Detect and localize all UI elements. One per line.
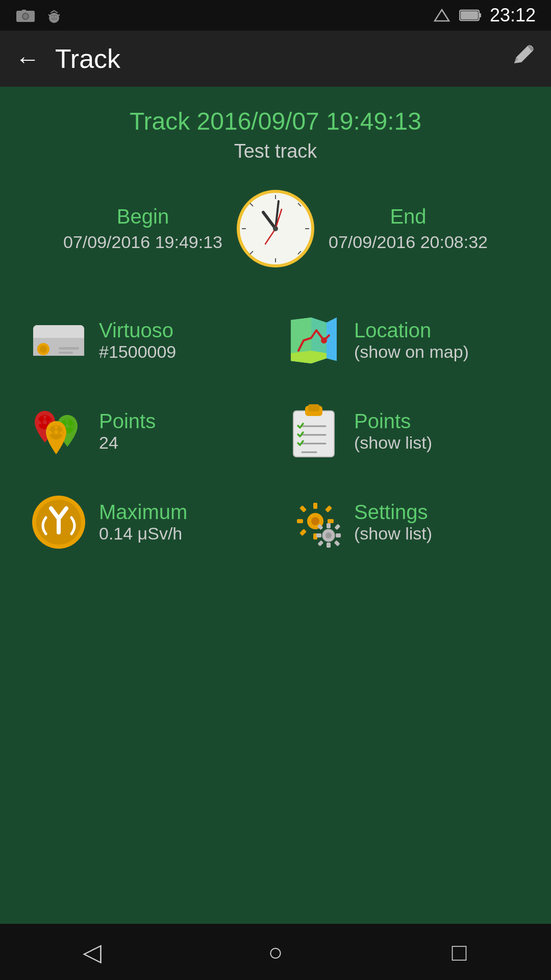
- location-text: Location (show on map): [354, 319, 469, 362]
- virtuoso-text: Virtuoso #1500009: [99, 319, 176, 362]
- svg-rect-60: [297, 519, 303, 523]
- track-subtitle: Test track: [20, 140, 531, 162]
- end-label: End: [390, 205, 426, 228]
- status-icons-left: [15, 8, 64, 23]
- radiation-badge-container: [31, 494, 87, 550]
- settings-gear-icon: [286, 494, 342, 550]
- points-list-value: (show list): [354, 433, 432, 453]
- settings-label: Settings: [354, 501, 432, 524]
- svg-point-40: [43, 420, 47, 424]
- svg-rect-74: [317, 540, 323, 546]
- svg-rect-58: [313, 503, 317, 509]
- svg-rect-48: [308, 404, 319, 411]
- radiation-pins-icon: [31, 401, 87, 462]
- begin-label: Begin: [117, 205, 169, 228]
- nav-back-button[interactable]: ◁: [71, 932, 112, 972]
- maximum-value: 0.14 μSv/h: [99, 524, 187, 544]
- points-count-value: 24: [99, 433, 156, 453]
- clipboard-icon-container: [286, 403, 342, 459]
- points-list-text: Points (show list): [354, 410, 432, 453]
- pencil-icon: [509, 43, 536, 69]
- settings-item[interactable]: Settings (show list): [276, 482, 531, 562]
- svg-rect-71: [336, 533, 341, 537]
- svg-point-38: [321, 337, 327, 344]
- status-bar: 23:12: [0, 0, 551, 31]
- points-count-label: Points: [99, 410, 156, 433]
- points-count-item[interactable]: Points 24: [20, 391, 276, 472]
- svg-rect-69: [327, 543, 331, 548]
- top-bar: ← Track: [0, 31, 551, 87]
- svg-rect-75: [334, 540, 340, 546]
- clipboard-icon: [291, 403, 337, 459]
- svg-rect-13: [479, 13, 481, 17]
- svg-point-57: [311, 517, 319, 525]
- photo-icon: [15, 8, 36, 23]
- status-icons-right: 23:12: [433, 5, 536, 26]
- hdd-icon: [31, 320, 87, 361]
- map-icon: [286, 315, 342, 366]
- svg-point-67: [325, 532, 332, 538]
- svg-point-2: [23, 14, 28, 19]
- page-title: Track: [55, 43, 509, 74]
- time-section: Begin 07/09/2016 19:49:13: [20, 188, 531, 270]
- svg-rect-36: [59, 347, 79, 350]
- virtuoso-label: Virtuoso: [99, 319, 176, 342]
- end-value: 07/09/2016 20:08:32: [329, 232, 488, 252]
- points-list-item[interactable]: Points (show list): [276, 391, 531, 472]
- svg-rect-68: [327, 523, 331, 528]
- track-title: Track 2016/09/07 19:49:13: [20, 107, 531, 135]
- settings-value: (show list): [354, 524, 432, 544]
- svg-rect-14: [461, 11, 478, 19]
- virtuoso-item[interactable]: Virtuoso #1500009: [20, 300, 276, 381]
- svg-rect-5: [51, 15, 57, 20]
- status-time: 23:12: [490, 5, 536, 26]
- main-content: Track 2016/09/07 19:49:13 Test track Beg…: [0, 87, 551, 924]
- svg-point-29: [273, 226, 278, 231]
- begin-block: Begin 07/09/2016 19:49:13: [51, 205, 235, 252]
- battery-icon: [459, 8, 482, 22]
- edit-button[interactable]: [509, 43, 536, 75]
- svg-rect-73: [334, 524, 340, 530]
- pins-icon-container: [31, 403, 87, 459]
- svg-rect-63: [325, 505, 332, 512]
- svg-point-8: [52, 16, 54, 18]
- back-button[interactable]: ←: [15, 45, 40, 73]
- info-grid: Virtuoso #1500009: [20, 300, 531, 562]
- svg-rect-37: [59, 352, 73, 354]
- signal-icon: [433, 8, 451, 23]
- maximum-text: Maximum 0.14 μSv/h: [99, 501, 187, 544]
- bottom-nav: ◁ ○ □: [0, 924, 551, 980]
- clock-icon: [235, 188, 316, 270]
- end-block: End 07/09/2016 20:08:32: [316, 205, 500, 252]
- android-icon: [44, 8, 64, 23]
- svg-line-11: [442, 10, 449, 21]
- begin-value: 07/09/2016 19:49:13: [63, 232, 222, 252]
- gear-icons-container: [286, 494, 342, 550]
- virtuoso-value: #1500009: [99, 342, 176, 362]
- svg-marker-10: [435, 10, 449, 21]
- svg-rect-45: [293, 411, 334, 457]
- nav-recent-button[interactable]: □: [439, 932, 480, 972]
- svg-rect-3: [22, 10, 26, 12]
- location-item[interactable]: Location (show on map): [276, 300, 531, 381]
- points-count-text: Points 24: [99, 410, 156, 453]
- svg-point-44: [54, 430, 58, 434]
- points-list-label: Points: [354, 410, 432, 433]
- location-value: (show on map): [354, 342, 469, 362]
- location-label: Location: [354, 319, 469, 342]
- radiation-badge-icon: [31, 494, 87, 550]
- svg-rect-62: [299, 505, 307, 512]
- svg-rect-64: [299, 529, 307, 536]
- svg-point-35: [40, 346, 47, 353]
- nav-home-button[interactable]: ○: [255, 932, 296, 972]
- svg-point-42: [65, 424, 69, 428]
- svg-point-9: [55, 16, 57, 18]
- map-icon-container: [286, 312, 342, 369]
- svg-rect-70: [316, 533, 321, 537]
- svg-rect-61: [328, 519, 334, 523]
- hdd-icon-container: [31, 312, 87, 369]
- maximum-label: Maximum: [99, 501, 187, 524]
- maximum-item[interactable]: Maximum 0.14 μSv/h: [20, 482, 276, 562]
- settings-text: Settings (show list): [354, 501, 432, 544]
